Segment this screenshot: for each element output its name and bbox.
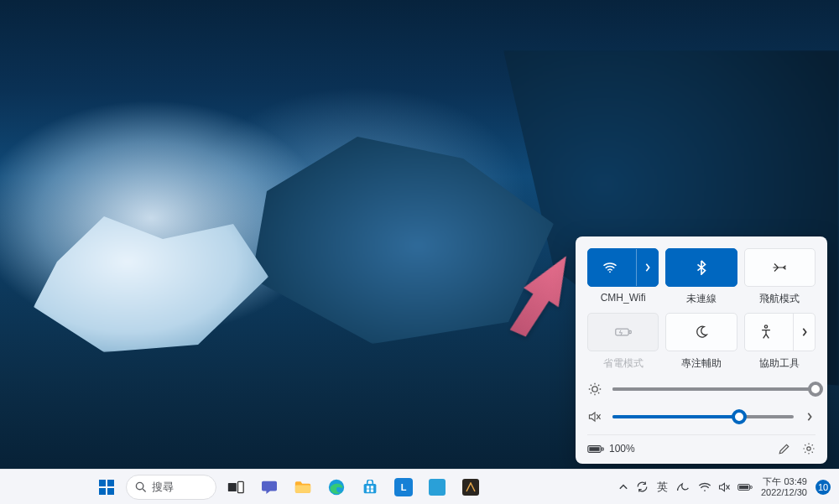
chevron-right-icon xyxy=(801,328,808,336)
volume-expand[interactable] xyxy=(804,413,816,421)
brightness-icon xyxy=(587,382,602,396)
notification-badge[interactable]: 10 xyxy=(816,480,831,495)
tray-sync-icon[interactable] xyxy=(636,481,649,493)
settings-button[interactable] xyxy=(802,442,816,455)
svg-rect-12 xyxy=(99,488,106,495)
tile-accessibility-toggle[interactable] xyxy=(745,325,788,340)
tray-volume-muted-icon xyxy=(718,482,731,492)
tile-bluetooth[interactable] xyxy=(665,248,737,287)
tray-wifi-icon xyxy=(698,482,711,492)
airplane-icon xyxy=(772,261,787,274)
taskbar-app-dark[interactable] xyxy=(456,473,485,501)
battery-icon xyxy=(587,444,604,454)
svg-point-5 xyxy=(592,387,597,392)
wifi-icon xyxy=(602,262,618,273)
quick-settings-flyout: CMH_Wifi 未連線 xyxy=(576,236,827,464)
edit-quick-settings-button[interactable] xyxy=(778,443,790,455)
tile-airplane-wrap: 飛航模式 xyxy=(744,248,816,306)
quick-settings-tiles: CMH_Wifi 未連線 xyxy=(587,248,816,371)
tile-battery-saver-label: 省電模式 xyxy=(603,356,644,371)
svg-rect-21 xyxy=(371,486,373,488)
svg-point-24 xyxy=(704,490,706,491)
desktop[interactable]: CMH_Wifi 未連線 xyxy=(0,0,839,504)
taskbar: 搜尋 xyxy=(0,469,839,504)
start-button[interactable] xyxy=(92,473,121,501)
battery-status[interactable]: 100% xyxy=(587,443,635,455)
tile-wifi-toggle[interactable] xyxy=(588,262,631,273)
tray-chevron-up-icon[interactable] xyxy=(619,484,628,491)
tile-wifi-label: CMH_Wifi xyxy=(601,292,646,304)
svg-point-4 xyxy=(765,325,768,328)
svg-rect-23 xyxy=(371,489,373,491)
svg-point-1 xyxy=(609,271,611,273)
tile-airplane-label: 飛航模式 xyxy=(759,292,800,306)
taskbar-center: 搜尋 xyxy=(92,473,485,501)
tray-battery-icon xyxy=(737,483,753,491)
tile-accessibility-label: 協助工具 xyxy=(759,356,800,371)
quick-settings-sliders xyxy=(587,382,816,423)
volume-fill xyxy=(612,415,739,418)
taskbar-store[interactable] xyxy=(356,473,384,501)
battery-saver-icon xyxy=(615,327,632,337)
svg-rect-17 xyxy=(295,485,310,492)
system-tray-network-group[interactable] xyxy=(698,482,753,492)
tile-battery-saver[interactable] xyxy=(587,313,659,351)
brightness-slider[interactable] xyxy=(587,382,816,396)
wallpaper-shape xyxy=(34,201,268,352)
taskbar-edge[interactable] xyxy=(322,473,351,501)
tile-focus[interactable] xyxy=(665,313,737,351)
tile-focus-label: 專注輔助 xyxy=(681,356,722,371)
taskbar-app-l[interactable]: L xyxy=(389,473,418,501)
svg-rect-8 xyxy=(589,447,599,451)
brightness-thumb[interactable] xyxy=(808,382,823,397)
svg-rect-16 xyxy=(238,481,244,492)
tile-accessibility[interactable] xyxy=(744,313,816,351)
brightness-fill xyxy=(612,387,816,391)
svg-rect-26 xyxy=(750,486,752,488)
tile-wifi[interactable] xyxy=(587,248,659,287)
svg-rect-22 xyxy=(367,489,369,491)
svg-rect-15 xyxy=(228,483,237,491)
moon-icon xyxy=(695,325,708,339)
svg-point-9 xyxy=(807,447,810,450)
taskbar-app-square[interactable] xyxy=(423,473,451,501)
tile-wifi-expand[interactable] xyxy=(636,249,658,286)
svg-point-14 xyxy=(136,482,143,489)
volume-slider[interactable] xyxy=(587,411,816,423)
volume-track[interactable] xyxy=(612,415,794,418)
tile-accessibility-wrap: 協助工具 xyxy=(744,313,816,371)
taskbar-right: 英 xyxy=(619,476,839,497)
accessibility-icon xyxy=(759,325,773,340)
svg-rect-2 xyxy=(615,329,628,335)
tile-battery-saver-wrap: 省電模式 xyxy=(587,313,659,371)
taskbar-clock[interactable]: 下午 03:49 2022/12/30 xyxy=(761,476,807,497)
svg-rect-11 xyxy=(107,480,114,486)
chevron-right-icon xyxy=(644,263,651,272)
taskbar-date: 2022/12/30 xyxy=(761,487,807,498)
taskbar-search[interactable]: 搜尋 xyxy=(126,475,216,500)
tile-airplane[interactable] xyxy=(744,248,816,287)
taskbar-chat[interactable] xyxy=(255,473,284,501)
ime-indicator[interactable]: 英 xyxy=(657,480,668,495)
svg-rect-13 xyxy=(107,488,114,495)
svg-rect-3 xyxy=(629,330,631,333)
svg-rect-20 xyxy=(367,486,369,488)
task-view-button[interactable] xyxy=(221,473,250,501)
tray-ime-mode-icon[interactable] xyxy=(676,482,690,492)
svg-rect-27 xyxy=(739,485,748,488)
taskbar-time: 下午 03:49 xyxy=(761,476,807,487)
tile-bluetooth-wrap: 未連線 xyxy=(665,248,737,306)
svg-rect-19 xyxy=(364,483,377,492)
volume-muted-icon xyxy=(587,411,602,423)
bluetooth-icon xyxy=(696,260,706,275)
taskbar-file-explorer[interactable] xyxy=(289,473,317,501)
quick-settings-footer: 100% xyxy=(587,434,816,455)
taskbar-search-label: 搜尋 xyxy=(152,480,174,495)
volume-thumb[interactable] xyxy=(732,409,747,424)
tile-wifi-wrap: CMH_Wifi xyxy=(587,248,659,306)
brightness-track[interactable] xyxy=(612,387,816,391)
svg-marker-0 xyxy=(498,256,581,340)
tile-accessibility-expand[interactable] xyxy=(793,314,815,351)
tile-focus-wrap: 專注輔助 xyxy=(665,313,737,371)
tile-bluetooth-label: 未連線 xyxy=(686,292,717,306)
